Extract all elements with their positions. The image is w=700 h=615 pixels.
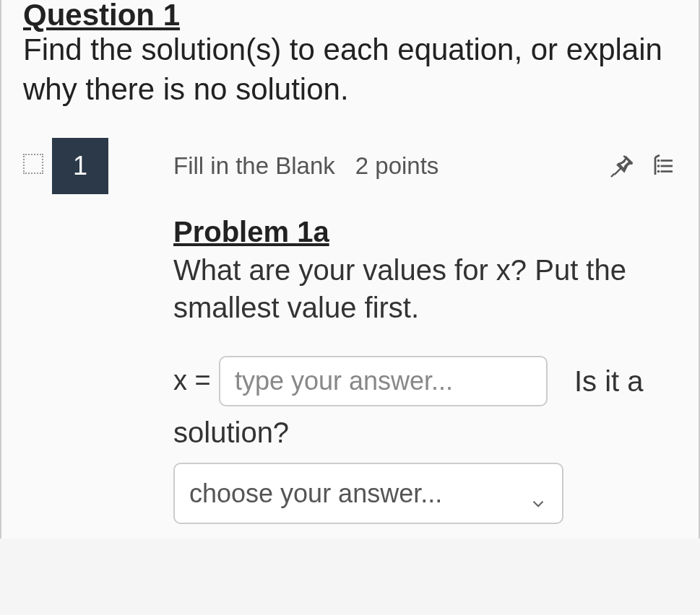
dropdown-placeholder: choose your answer... bbox=[189, 473, 442, 515]
question-type-label: Fill in the Blank bbox=[173, 152, 335, 180]
question-title: Question 1 bbox=[23, 0, 677, 30]
answer-block: x = Is it a solution? choose your answer… bbox=[173, 355, 677, 524]
question-points-label: 2 points bbox=[355, 152, 439, 180]
question-meta-row: Fill in the Blank 2 points bbox=[173, 138, 677, 194]
problem-heading: Problem 1a bbox=[173, 216, 677, 248]
rubric-icon[interactable] bbox=[651, 153, 677, 179]
pin-icon[interactable] bbox=[609, 153, 635, 179]
solution-dropdown[interactable]: choose your answer... bbox=[173, 463, 563, 525]
problem-text: What are your values for x? Put the smal… bbox=[173, 251, 677, 326]
x-equals-label: x = bbox=[173, 365, 211, 396]
is-it-a-label: Is it a bbox=[574, 365, 644, 397]
chevron-down-icon bbox=[529, 484, 548, 502]
x-value-input[interactable] bbox=[219, 356, 548, 406]
drag-handle-icon[interactable] bbox=[23, 154, 43, 174]
question-item: 1 Fill in the Blank 2 points bbox=[23, 138, 677, 524]
question-prompt: Find the solution(s) to each equation, o… bbox=[23, 30, 677, 109]
question-number-badge[interactable]: 1 bbox=[52, 138, 108, 194]
solution-label: solution? bbox=[173, 409, 677, 455]
